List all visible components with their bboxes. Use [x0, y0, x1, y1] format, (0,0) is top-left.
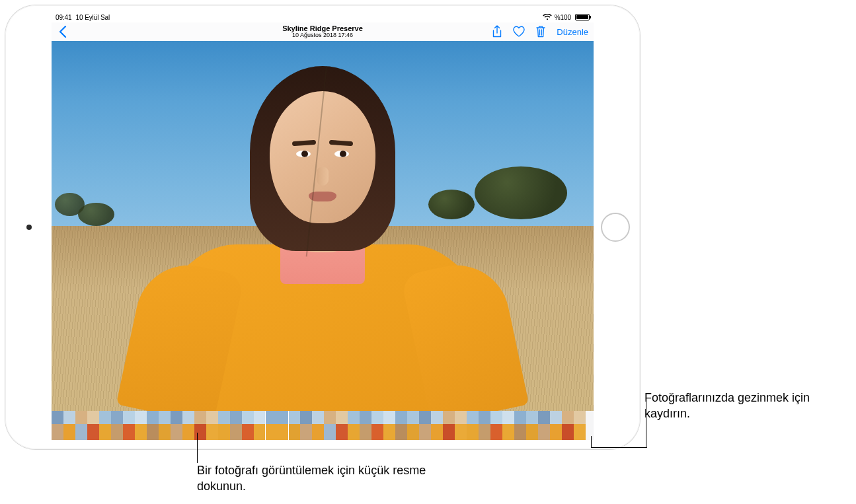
thumbnail[interactable]	[395, 411, 407, 440]
thumbnail[interactable]	[266, 411, 288, 440]
thumbnail[interactable]	[52, 411, 63, 440]
share-button[interactable]	[490, 25, 504, 38]
thumbnail[interactable]	[159, 411, 171, 440]
status-date: 10 Eylül Sal	[76, 14, 110, 21]
status-time: 09:41	[56, 14, 72, 21]
wifi-icon	[543, 14, 552, 20]
thumbnail[interactable]	[182, 411, 194, 440]
thumbnail[interactable]	[206, 411, 218, 440]
front-camera	[26, 225, 32, 230]
thumbnail[interactable]	[218, 411, 230, 440]
callout-tap-thumbnail: Bir fotoğrafı görüntülemek için küçük re…	[197, 462, 435, 495]
thumbnail[interactable]	[230, 411, 242, 440]
thumbnail[interactable]	[324, 411, 336, 440]
thumbnail[interactable]	[467, 411, 479, 440]
callout-leader-line	[591, 436, 592, 448]
battery-icon	[575, 14, 590, 20]
thumbnail[interactable]	[75, 411, 87, 440]
thumbnail[interactable]	[574, 411, 586, 440]
back-button[interactable]	[57, 24, 69, 39]
thumbnail[interactable]	[111, 411, 123, 440]
thumbnail[interactable]	[254, 411, 266, 440]
edit-button[interactable]: Düzenle	[557, 27, 588, 37]
thumbnail[interactable]	[455, 411, 467, 440]
thumbnail[interactable]	[87, 411, 99, 440]
thumbnail[interactable]	[383, 411, 395, 440]
callout-leader-line	[197, 433, 198, 463]
thumbnail[interactable]	[431, 411, 443, 440]
thumbnail[interactable]	[419, 411, 431, 440]
status-bar: 09:41 10 Eylül Sal %100	[52, 12, 594, 22]
thumbnail[interactable]	[550, 411, 562, 440]
callout-swipe-browse: Fotoğraflarınızda gezinmek için kaydırın…	[644, 390, 849, 422]
thumbnail[interactable]	[63, 411, 75, 440]
thumbnail[interactable]	[336, 411, 348, 440]
home-button[interactable]	[601, 213, 630, 242]
photo-date-subtitle: 10 Ağustos 2018 17:46	[282, 32, 363, 39]
thumbnail[interactable]	[538, 411, 550, 440]
thumbnail[interactable]	[147, 411, 159, 440]
thumbnail[interactable]	[360, 411, 371, 440]
thumbnail[interactable]	[490, 411, 502, 440]
nav-title-group: Skyline Ridge Preserve 10 Ağustos 2018 1…	[282, 24, 363, 39]
thumbnail-strip[interactable]	[52, 411, 594, 440]
delete-button[interactable]	[534, 25, 547, 38]
thumbnail[interactable]	[194, 411, 206, 440]
thumbnail[interactable]	[562, 411, 574, 440]
thumbnail[interactable]	[526, 411, 538, 440]
favorite-button[interactable]	[512, 26, 525, 38]
nav-bar: Skyline Ridge Preserve 10 Ağustos 2018 1…	[52, 22, 594, 41]
thumbnail[interactable]	[479, 411, 490, 440]
thumbnail[interactable]	[348, 411, 360, 440]
thumbnail[interactable]	[443, 411, 455, 440]
battery-percent: %100	[555, 14, 571, 21]
thumbnail[interactable]	[135, 411, 147, 440]
thumbnail[interactable]	[99, 411, 111, 440]
screen: 09:41 10 Eylül Sal %100 Skyline Ridge Pr…	[52, 12, 594, 443]
thumbnail[interactable]	[123, 411, 135, 440]
thumbnail[interactable]	[288, 411, 300, 440]
thumbnail[interactable]	[371, 411, 383, 440]
thumbnail[interactable]	[514, 411, 526, 440]
thumbnail[interactable]	[502, 411, 514, 440]
ipad-device-frame: 09:41 10 Eylül Sal %100 Skyline Ridge Pr…	[5, 5, 640, 449]
thumbnail[interactable]	[242, 411, 254, 440]
callout-leader-line	[591, 447, 647, 448]
main-photo[interactable]	[52, 41, 594, 411]
thumbnail[interactable]	[171, 411, 182, 440]
thumbnail[interactable]	[300, 411, 312, 440]
thumbnail[interactable]	[312, 411, 324, 440]
thumbnail[interactable]	[407, 411, 419, 440]
